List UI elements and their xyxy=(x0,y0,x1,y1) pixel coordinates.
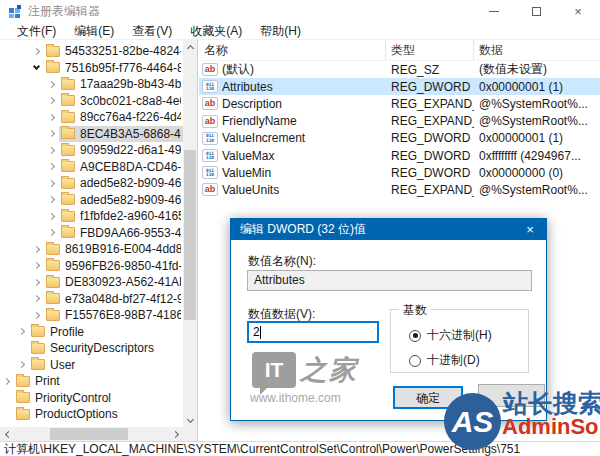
registry-value-row[interactable]: 011 110 ValueMax REG_DWORD 0xffffffff (4… xyxy=(199,147,600,164)
tree-item-label: aded5e82-b909-4619- xyxy=(80,176,181,190)
tree-item[interactable]: PriorityControl xyxy=(0,390,183,407)
tree-expander-icon[interactable] xyxy=(33,48,40,55)
tree-item[interactable]: 8EC4B3A5-6868-48c2- xyxy=(0,126,183,143)
tree-expander-icon[interactable] xyxy=(33,279,40,286)
tree-expander-icon[interactable] xyxy=(18,328,25,335)
tree-item[interactable]: Profile xyxy=(0,324,183,341)
registry-value-row[interactable]: 011 110 ValueMin REG_DWORD 0x00000000 (0… xyxy=(199,164,600,181)
minimize-button[interactable] xyxy=(473,1,515,22)
caption-buttons: × xyxy=(473,1,599,22)
tree-item[interactable]: 9596FB26-9850-41fd-AC3 xyxy=(0,258,183,275)
maximize-button[interactable] xyxy=(515,1,557,22)
close-button[interactable]: × xyxy=(557,1,599,22)
menu-view[interactable]: 查看(V) xyxy=(123,22,181,40)
column-header-data[interactable]: 数据 xyxy=(474,40,600,60)
value-type-cell: REG_DWORD xyxy=(386,166,474,180)
registry-value-row[interactable]: 011 110 ValueIncrement REG_DWORD 0x00000… xyxy=(199,130,600,147)
value-name-field[interactable]: Attributes xyxy=(247,270,532,291)
radio-hexadecimal[interactable]: 十六进制(H) xyxy=(409,327,492,344)
tree-expander-icon[interactable] xyxy=(48,97,55,104)
radio-decimal[interactable]: 十进制(D) xyxy=(409,352,480,369)
tree-expander-icon[interactable] xyxy=(48,229,55,236)
scroll-down-icon[interactable] xyxy=(183,413,197,427)
tree-item[interactable]: Print xyxy=(0,373,183,390)
tree-item[interactable]: A9CEB8DA-CD46-44FB xyxy=(0,159,183,176)
tree-expander-icon[interactable] xyxy=(3,378,10,385)
registry-value-row[interactable]: ab FriendlyName REG_EXPAND_SZ @%SystemRo… xyxy=(199,113,600,130)
menu-file[interactable]: 文件(F) xyxy=(8,22,65,40)
tree-item-label: Print xyxy=(35,374,60,388)
tree-item[interactable]: SecurityDescriptors xyxy=(0,340,183,357)
tree-item[interactable]: 7516b95f-f776-4464-8c53 xyxy=(0,60,183,77)
tree-hscroll-thumb[interactable] xyxy=(50,428,128,440)
value-data-input[interactable]: 2 xyxy=(247,321,379,343)
tree-expander-icon[interactable] xyxy=(33,262,40,269)
tree-horizontal-scrollbar[interactable] xyxy=(0,427,183,441)
tree-item[interactable]: 54533251-82be-4824-96c xyxy=(0,43,183,60)
registry-value-row[interactable]: ab (默认) REG_SZ (数值未设置) xyxy=(199,61,600,78)
tree-item-label: Profile xyxy=(50,325,84,339)
tree-expander-icon[interactable] xyxy=(48,196,55,203)
scroll-left-icon[interactable] xyxy=(0,427,14,441)
tree-expander-icon[interactable] xyxy=(33,312,40,319)
tree-item[interactable]: FBD9AA66-9553-4097 xyxy=(0,225,183,242)
tree-item[interactable]: 8619B916-E004-4dd8-9B xyxy=(0,241,183,258)
tree-item[interactable]: 89cc76a4-f226-4d4b-a xyxy=(0,109,183,126)
tree-item[interactable]: aded5e82-b909-4619- xyxy=(0,192,183,209)
tree-item[interactable]: 90959d22-d6a1-49b9- xyxy=(0,142,183,159)
tree-item[interactable]: 17aaa29b-8b43-4b94- xyxy=(0,76,183,93)
tree-expander-icon[interactable] xyxy=(48,180,55,187)
folder-icon xyxy=(61,227,75,238)
minimize-icon xyxy=(489,11,499,12)
column-header-name[interactable]: 名称 xyxy=(199,40,386,60)
tree-expander-icon[interactable] xyxy=(18,361,25,368)
tree-item[interactable]: User xyxy=(0,357,183,374)
value-type-cell: REG_DWORD xyxy=(386,80,474,94)
folder-icon xyxy=(31,326,45,337)
tree-item-label: ProductOptions xyxy=(35,407,118,421)
tree-expander-icon[interactable] xyxy=(48,163,55,170)
tree-item[interactable]: f1fbfde2-a960-4165-9 xyxy=(0,208,183,225)
tree-expander-icon[interactable] xyxy=(48,147,55,154)
dialog-close-icon[interactable]: × xyxy=(514,222,546,237)
tree-item-label: 3c0bc021-c8a8-4e07-a xyxy=(80,94,181,108)
registry-value-row[interactable]: ab ValueUnits REG_EXPAND_SZ @%SystemRoot… xyxy=(199,181,600,198)
value-type-cell: REG_DWORD xyxy=(386,131,474,145)
dialog-title-bar[interactable]: 编辑 DWORD (32 位)值 × xyxy=(231,219,546,240)
tree-expander-icon[interactable] xyxy=(33,246,40,253)
column-header-type[interactable]: 类型 xyxy=(386,40,474,60)
tree-item[interactable]: F15576E8-98B7-4186-B94 xyxy=(0,307,183,324)
registry-value-row[interactable]: 011 110 Attributes REG_DWORD 0x00000001 … xyxy=(199,78,600,95)
tree-expander-icon[interactable] xyxy=(48,114,55,121)
menu-favorites[interactable]: 收藏夹(A) xyxy=(181,22,251,40)
folder-icon xyxy=(61,161,75,172)
tree-expander-icon[interactable] xyxy=(33,63,40,70)
text-caret xyxy=(260,326,261,339)
scroll-up-icon[interactable] xyxy=(183,40,197,54)
tree-expander-icon[interactable] xyxy=(48,81,55,88)
tree-item[interactable]: ProductOptions xyxy=(0,406,183,423)
tree-expander-icon[interactable] xyxy=(48,130,55,137)
tree-vertical-scrollbar[interactable] xyxy=(183,40,197,427)
tree-item[interactable]: DE830923-A562-41AF-A0 xyxy=(0,274,183,291)
registry-tree: 54533251-82be-4824-96c 7516b95f-f776-446… xyxy=(0,43,183,423)
tree-item[interactable]: 3c0bc021-c8a8-4e07-a xyxy=(0,93,183,110)
registry-value-row[interactable]: ab Description REG_EXPAND_SZ @%SystemRoo… xyxy=(199,95,600,112)
ithome-logo-suffix: 之家 xyxy=(300,352,358,388)
menu-edit[interactable]: 编辑(E) xyxy=(65,22,123,40)
status-path: 计算机\HKEY_LOCAL_MACHINE\SYSTEM\CurrentCon… xyxy=(4,442,520,456)
value-data-cell: 0xffffffff (4294967... xyxy=(474,149,600,163)
value-type-cell: REG_DWORD xyxy=(386,149,474,163)
tree-item-label: 9596FB26-9850-41fd-AC3 xyxy=(65,259,181,273)
tree-expander-icon[interactable] xyxy=(48,213,55,220)
tree-item[interactable]: e73a048d-bf27-4f12-973 xyxy=(0,291,183,308)
value-type-cell: REG_EXPAND_SZ xyxy=(386,183,474,197)
tree-item[interactable]: aded5e82-b909-4619- xyxy=(0,175,183,192)
tree-expander-icon[interactable] xyxy=(33,295,40,302)
tree-vscroll-thumb[interactable] xyxy=(184,150,196,320)
folder-icon xyxy=(61,79,75,90)
menu-help[interactable]: 帮助(H) xyxy=(251,22,310,40)
string-value-icon: ab xyxy=(202,115,218,128)
folder-icon xyxy=(61,112,75,123)
scroll-right-icon[interactable] xyxy=(169,427,183,441)
